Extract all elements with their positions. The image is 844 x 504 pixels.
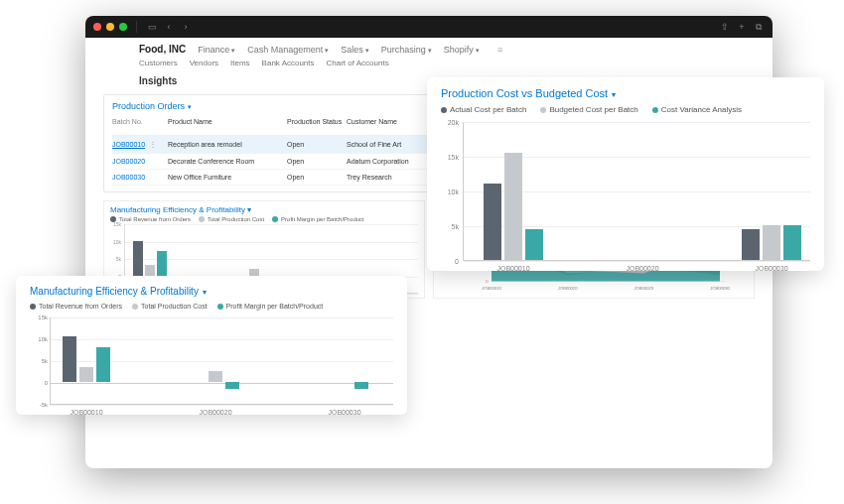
- add-tab-icon[interactable]: +: [736, 21, 748, 33]
- share-icon[interactable]: ⇧: [719, 21, 731, 33]
- x-axis-label: JOB00030: [328, 409, 360, 416]
- bar-group: [321, 397, 368, 404]
- back-left-title[interactable]: Manufacturing Efficiency & Profitability…: [110, 205, 418, 214]
- card-efficiency-chart: -5k05k10k15kJOB00010JOB00020JOB00030: [50, 317, 393, 405]
- minimize-traffic-light[interactable]: [106, 23, 114, 31]
- nav-cash-management[interactable]: Cash Management▾: [247, 45, 329, 55]
- cell-status: Open: [287, 158, 347, 165]
- window-titlebar: ▭ ‹ › ⇧ + ⧉: [85, 16, 773, 38]
- th-product[interactable]: Product Name: [168, 118, 287, 132]
- subnav-items[interactable]: Items: [230, 59, 250, 67]
- x-axis-label: JOB00010: [482, 286, 501, 291]
- x-axis-label: JOB00010: [70, 409, 102, 416]
- x-axis-label: JOB00023: [634, 286, 654, 291]
- x-axis-label: JOB00030: [755, 265, 787, 272]
- bar: [484, 184, 501, 260]
- sidebar-icon[interactable]: ▭: [146, 21, 158, 33]
- bar: [209, 371, 222, 382]
- card-production-cost: Production Cost vs Budgeted Cost▾ Actual…: [427, 77, 824, 271]
- tabs-icon[interactable]: ⧉: [753, 21, 765, 33]
- bar: [133, 241, 143, 276]
- subnav-chart-of-accounts[interactable]: Chart of Accounts: [327, 59, 389, 67]
- nav-sales[interactable]: Sales▾: [341, 45, 369, 55]
- card-production-cost-title[interactable]: Production Cost vs Budgeted Cost▾: [441, 87, 810, 99]
- cell-status: Open: [287, 141, 347, 148]
- subnav-bank-accounts[interactable]: Bank Accounts: [262, 59, 315, 67]
- batch-link[interactable]: JOB00030: [112, 174, 145, 181]
- brand-name: Food, INC: [139, 44, 186, 55]
- bar: [225, 382, 239, 389]
- bar: [79, 367, 93, 382]
- cell-customer: Trey Research: [347, 174, 436, 181]
- nav-purchasing[interactable]: Purchasing▾: [381, 45, 432, 55]
- card-efficiency-legend: Total Revenue from Orders Total Producti…: [30, 303, 393, 310]
- bar: [157, 251, 167, 276]
- cell-product: Reception area remodel: [168, 141, 287, 148]
- bar-group: [63, 358, 110, 404]
- bar: [763, 225, 780, 260]
- bar: [742, 229, 760, 261]
- nav-shopify[interactable]: Shopify▾: [444, 45, 480, 55]
- bar: [63, 336, 76, 382]
- th-customer[interactable]: Customer Name: [347, 118, 436, 132]
- bar: [96, 347, 110, 382]
- card-production-cost-legend: Actual Cost per Batch Budgeted Cost per …: [441, 105, 810, 114]
- bar: [783, 225, 801, 260]
- close-traffic-light[interactable]: [93, 23, 101, 31]
- card-production-cost-chart: 05k10k15k20kJOB00010JOB00020JOB00030: [463, 122, 810, 261]
- bar: [354, 382, 368, 389]
- batch-link[interactable]: JOB00020: [112, 158, 145, 165]
- x-axis-label: JOB00020: [558, 286, 578, 291]
- bar: [249, 269, 259, 276]
- batch-link[interactable]: JOB00010: [112, 141, 145, 149]
- x-axis-label: JOB00020: [626, 265, 658, 272]
- x-axis-label: JOB00010: [496, 265, 529, 272]
- x-axis-label: JOB00020: [199, 409, 231, 416]
- bar-group: [484, 153, 543, 261]
- card-efficiency: Manufacturing Efficiency & Profitability…: [16, 276, 407, 415]
- forward-icon[interactable]: ›: [180, 21, 192, 33]
- cell-product: New Office Furniture: [168, 174, 287, 181]
- fullscreen-traffic-light[interactable]: [119, 23, 127, 31]
- cell-product: Decorate Conference Room: [168, 158, 287, 165]
- subnav-vendors[interactable]: Vendors: [190, 59, 218, 67]
- back-left-legend: Total Revenue from Orders Total Producti…: [110, 216, 418, 222]
- th-status[interactable]: Production Status: [287, 118, 347, 132]
- nav-finance[interactable]: Finance▾: [198, 45, 235, 55]
- top-nav: Food, INC Finance▾ Cash Management▾ Sale…: [85, 38, 773, 67]
- subnav-customers[interactable]: Customers: [139, 59, 178, 67]
- bar: [145, 265, 155, 276]
- cell-customer: Adatum Corporation: [347, 158, 436, 165]
- bar-group: [192, 393, 239, 404]
- card-efficiency-title[interactable]: Manufacturing Efficiency & Profitability…: [30, 286, 393, 297]
- cell-status: Open: [287, 174, 347, 181]
- cell-customer: School of Fine Art: [347, 141, 436, 148]
- th-batch[interactable]: Batch No.: [112, 118, 168, 132]
- svg-text:0: 0: [486, 279, 489, 284]
- back-icon[interactable]: ‹: [163, 21, 175, 33]
- bar: [504, 153, 522, 261]
- more-icon[interactable]: ≡: [497, 45, 502, 55]
- x-axis-label: JOB00030: [710, 286, 730, 291]
- bar: [525, 229, 543, 261]
- bar-group: [742, 225, 801, 260]
- row-menu-icon[interactable]: ⋮: [149, 140, 156, 149]
